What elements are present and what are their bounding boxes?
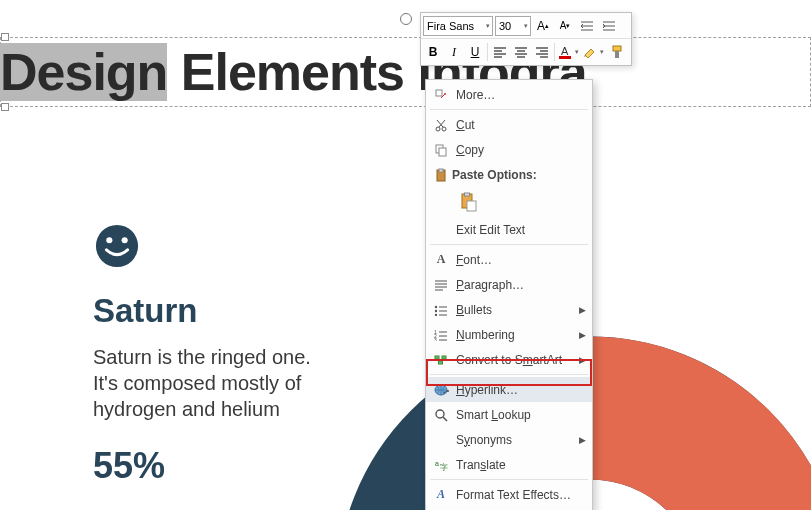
svg-text:a: a xyxy=(435,460,439,467)
selected-text: Design xyxy=(0,43,167,101)
mini-toolbar: Fira Sans▾ 30▾ A▴ A▾ B I U A ▾ xyxy=(420,12,632,66)
format-painter-button[interactable] xyxy=(607,42,627,62)
menu-bullets[interactable]: Bullets ▶ xyxy=(426,297,592,322)
font-icon: A xyxy=(430,252,452,267)
svg-point-3 xyxy=(122,237,128,243)
menu-synonyms[interactable]: Synonyms ▶ xyxy=(426,427,592,452)
svg-point-10 xyxy=(436,127,440,131)
menu-exit-edit-text[interactable]: Exit Edit Text xyxy=(426,217,592,242)
paste-keep-formatting-button[interactable] xyxy=(456,189,482,215)
smartart-icon xyxy=(430,354,452,366)
font-family-dropdown[interactable]: Fira Sans▾ xyxy=(423,16,493,36)
menu-paragraph[interactable]: Paragraph… xyxy=(426,272,592,297)
font-size-dropdown[interactable]: 30▾ xyxy=(495,16,531,36)
menu-format-text-effects[interactable]: A Format Text Effects… xyxy=(426,482,592,507)
svg-point-21 xyxy=(435,313,437,315)
svg-rect-6 xyxy=(613,46,621,51)
menu-font[interactable]: A Font… xyxy=(426,247,592,272)
search-icon xyxy=(430,408,452,422)
cut-icon xyxy=(430,118,452,132)
svg-rect-27 xyxy=(439,361,443,364)
svg-point-19 xyxy=(435,305,437,307)
align-center-button[interactable] xyxy=(511,42,531,62)
paragraph-icon xyxy=(430,279,452,291)
svg-rect-7 xyxy=(615,51,619,58)
italic-button[interactable]: I xyxy=(444,42,464,62)
slide-title[interactable]: Design Elements Infogra xyxy=(0,42,811,102)
svg-text:字: 字 xyxy=(440,463,448,472)
clipboard-icon xyxy=(430,168,452,182)
increase-font-button[interactable]: A▴ xyxy=(533,16,553,36)
menu-more[interactable]: More… xyxy=(426,82,592,107)
decrease-indent-button[interactable] xyxy=(577,16,597,36)
svg-point-2 xyxy=(106,237,112,243)
svg-point-20 xyxy=(435,309,437,311)
svg-text:A: A xyxy=(561,45,569,57)
menu-cut[interactable]: Cut xyxy=(426,112,592,137)
svg-point-11 xyxy=(442,127,446,131)
content-body: Saturn is the ringed one. It's composed … xyxy=(93,344,353,422)
menu-paste-heading: Paste Options: xyxy=(426,162,592,187)
translate-icon: a字 xyxy=(430,458,452,472)
svg-rect-8 xyxy=(436,90,442,96)
content-heading: Saturn xyxy=(93,292,198,330)
decrease-font-button[interactable]: A▾ xyxy=(555,16,575,36)
menu-smart-lookup[interactable]: Smart Lookup xyxy=(426,402,592,427)
svg-rect-15 xyxy=(439,169,443,172)
copy-icon xyxy=(430,143,452,157)
align-right-button[interactable] xyxy=(532,42,552,62)
underline-button[interactable]: U xyxy=(465,42,485,62)
svg-point-30 xyxy=(436,410,444,418)
svg-rect-26 xyxy=(442,356,446,359)
content-percentage: 55% xyxy=(93,445,165,487)
increase-indent-button[interactable] xyxy=(599,16,619,36)
more-icon xyxy=(430,88,452,102)
menu-translate[interactable]: a字 Translate xyxy=(426,452,592,477)
svg-rect-5 xyxy=(559,56,571,59)
bold-button[interactable]: B xyxy=(423,42,443,62)
hyperlink-icon xyxy=(430,383,452,397)
highlight-button[interactable]: ▾ xyxy=(582,42,606,62)
menu-numbering[interactable]: 123 Numbering ▶ xyxy=(426,322,592,347)
menu-hyperlink[interactable]: Hyperlink… xyxy=(426,377,592,402)
svg-text:3: 3 xyxy=(434,337,437,341)
numbering-icon: 123 xyxy=(430,329,452,341)
context-menu: More… Cut Copy Paste Options: Exit Edit … xyxy=(425,79,593,510)
align-left-button[interactable] xyxy=(490,42,510,62)
svg-rect-25 xyxy=(435,356,439,359)
svg-rect-17 xyxy=(465,193,470,196)
svg-point-29 xyxy=(447,390,449,392)
menu-convert-smartart[interactable]: Convert to SmartArt ▶ xyxy=(426,347,592,372)
font-color-button[interactable]: A ▾ xyxy=(557,42,581,62)
svg-point-1 xyxy=(96,225,138,267)
svg-rect-18 xyxy=(467,201,476,211)
smiley-icon xyxy=(94,223,140,269)
svg-point-9 xyxy=(444,93,446,95)
menu-copy[interactable]: Copy xyxy=(426,137,592,162)
svg-rect-13 xyxy=(439,148,446,156)
text-effects-icon: A xyxy=(430,487,452,502)
bullets-icon xyxy=(430,304,452,316)
